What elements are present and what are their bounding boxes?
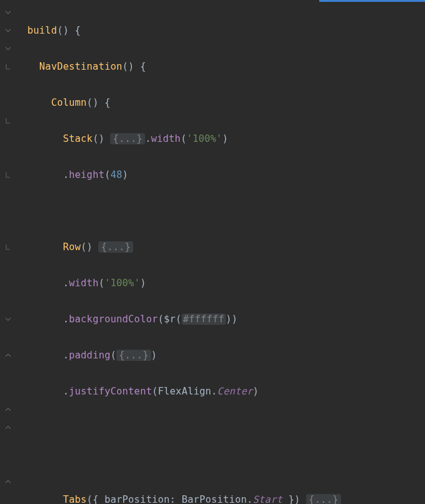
fold-toggle[interactable] [0, 40, 17, 58]
fold-toggle-end[interactable] [0, 401, 17, 419]
gutter[interactable] [0, 0, 17, 504]
code-line[interactable]: Tabs({ barPosition: BarPosition.Start })… [27, 491, 425, 504]
code-line [27, 455, 425, 473]
code-line[interactable]: .backgroundColor($r(#ffffff)) [27, 310, 425, 329]
code-line[interactable]: .padding({...}) [27, 347, 425, 365]
code-line[interactable]: .height(48) [27, 166, 425, 184]
folded-region[interactable]: {...} [110, 133, 145, 144]
code-line[interactable]: NavDestination() { [27, 58, 425, 76]
code-line[interactable]: build() { [27, 22, 425, 40]
code-line[interactable]: .width('100%') [27, 274, 425, 292]
code-line [27, 202, 425, 220]
fold-toggle-collapsed[interactable] [0, 58, 17, 76]
fold-toggle-collapsed[interactable] [0, 112, 17, 130]
intention-bulb[interactable] [0, 310, 17, 329]
code-line[interactable]: Column() { [27, 94, 425, 112]
code-line [27, 419, 425, 437]
code-line[interactable]: .justifyContent(FlexAlign.Center) [27, 383, 425, 401]
code-line[interactable]: Stack() {...}.width('100%') [27, 130, 425, 148]
color-swatch[interactable]: #ffffff [182, 314, 226, 325]
fold-toggle-collapsed[interactable] [0, 166, 17, 184]
fold-toggle-end[interactable] [0, 347, 17, 365]
code-line[interactable]: Row() {...} [27, 238, 425, 256]
fold-toggle-end[interactable] [0, 473, 17, 491]
folded-region[interactable]: {...} [98, 241, 133, 253]
folded-region[interactable]: {...} [116, 350, 151, 361]
folded-region[interactable]: {...} [306, 494, 341, 504]
code-area[interactable]: build() { NavDestination() { Column() { … [17, 0, 425, 504]
fold-toggle[interactable] [0, 4, 17, 22]
fold-toggle-collapsed[interactable] [0, 238, 17, 256]
fold-toggle[interactable] [0, 22, 17, 40]
fold-toggle-end[interactable] [0, 419, 17, 437]
code-editor[interactable]: build() { NavDestination() { Column() { … [0, 0, 425, 504]
